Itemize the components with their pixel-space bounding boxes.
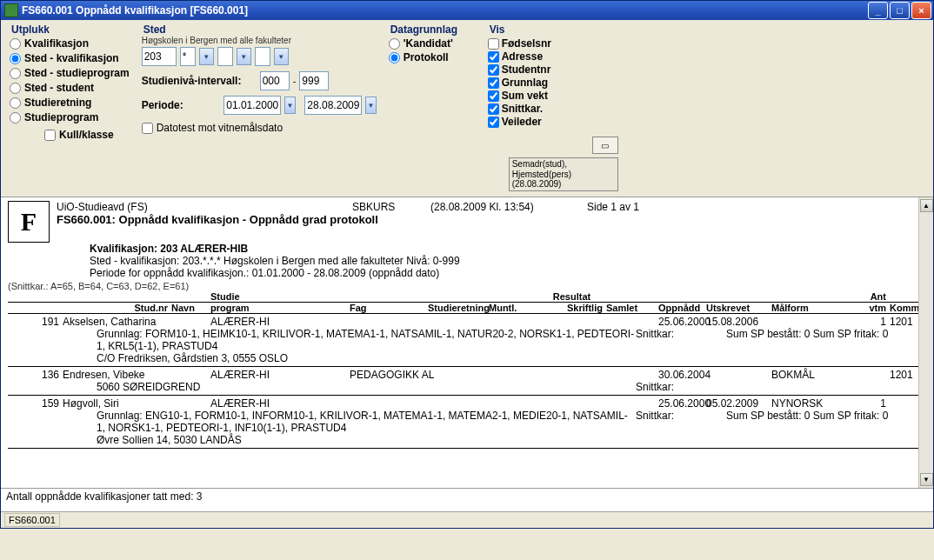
cb-adresse[interactable] xyxy=(488,51,499,63)
sted-c[interactable] xyxy=(255,47,270,66)
periode-from-dd-icon[interactable]: ▼ xyxy=(284,97,295,114)
statusbar-text: FS660.001 xyxy=(4,513,60,527)
report-area: ▲ ▼ F UiO-Studieavd (FS) SBKURS (28.08.2… xyxy=(1,197,933,488)
window-title: FS660.001 Oppnådd kvalifikasjon [FS660.0… xyxy=(22,4,866,17)
ch-skriftlig: Skriftlig xyxy=(567,303,603,313)
ch-komm: Komm. xyxy=(890,303,922,313)
sted-fieldset: Sted Høgskolen i Bergen med alle fakulte… xyxy=(142,23,377,66)
vis-snittkar[interactable]: Snittkar. xyxy=(488,103,575,115)
ch-studieprogram: program xyxy=(210,303,250,313)
utplukk-opt-studieprogram[interactable]: Studieprogram xyxy=(10,111,130,123)
label-studieretning: Studieretning xyxy=(24,97,91,109)
person-row: 159 Høgvoll, Siri ALÆRER-HI 25.06.2000 0… xyxy=(8,396,926,449)
sted-note: Høgskolen i Bergen med alle fakulteter xyxy=(142,36,377,45)
rpt-page: Side 1 av 1 xyxy=(587,201,639,213)
address-pick-button[interactable]: ▭ xyxy=(592,137,618,154)
label-sted-kvalifikasjon: Sted - kvalifikasjon xyxy=(24,52,119,64)
radio-sted-studieprogram[interactable] xyxy=(10,68,21,79)
rpt-periode-line: Periode for oppnådd kvalifikasjon.: 01.0… xyxy=(90,267,926,279)
radio-studieretning[interactable] xyxy=(10,97,21,109)
vis-fodselsnr[interactable]: Fødselsnr xyxy=(488,37,575,50)
utplukk-fieldset: Utplukk Kvalifikasjon Sted - kvalifikasj… xyxy=(10,23,130,123)
card-icon: ▭ xyxy=(601,141,609,150)
vertical-scrollbar[interactable]: ▲ ▼ xyxy=(918,197,933,488)
vis-legend: Vis xyxy=(488,23,507,36)
cb-snittkar[interactable] xyxy=(488,103,499,115)
cb-sumvekt[interactable] xyxy=(488,90,499,102)
ch-malform: Målform xyxy=(771,303,809,313)
cb-grunnlag[interactable] xyxy=(488,77,499,89)
criteria-panel: Utplukk Kvalifikasjon Sted - kvalifikasj… xyxy=(1,20,933,197)
radio-kandidat[interactable] xyxy=(389,38,400,50)
vis-adresse[interactable]: Adresse xyxy=(488,50,575,63)
lbl-studentnr: Studentnr xyxy=(502,63,551,76)
sted-column: Sted Høgskolen i Bergen med alle fakulte… xyxy=(142,23,377,191)
radio-sted-kvalifikasjon[interactable] xyxy=(10,53,21,64)
utplukk-opt-studieretning[interactable]: Studieretning xyxy=(10,97,130,109)
sted-legend: Sted xyxy=(142,23,168,36)
datotest-label: Datotest mot vitnemålsdato xyxy=(157,122,283,134)
cb-veileder[interactable] xyxy=(488,117,499,128)
rpt-time: (28.08.2009 Kl. 13:54) xyxy=(430,201,570,213)
rpt-inst: UiO-Studieavd (FS) xyxy=(57,201,335,213)
maximize-button[interactable]: □ xyxy=(890,2,910,19)
kull-klasse-row: Kull/klasse xyxy=(44,129,130,141)
label-protokoll: Protokoll xyxy=(404,51,449,63)
sted-a[interactable]: * xyxy=(180,47,196,66)
utplukk-opt-sted-kvalifikasjon[interactable]: Sted - kvalifikasjon xyxy=(10,52,130,64)
sted-b-dd-icon[interactable]: ▼ xyxy=(237,48,251,65)
scroll-down-icon[interactable]: ▼ xyxy=(920,473,933,486)
rpt-code-title: FS660.001: Oppnådd kvalifikasjon - Oppnå… xyxy=(57,213,926,226)
label-studieprogram: Studieprogram xyxy=(24,111,98,123)
periode-from[interactable]: 01.01.2000 xyxy=(223,96,281,115)
column-headers: Studie Resultat Ant xyxy=(8,291,926,303)
sted-a-dd-icon[interactable]: ▼ xyxy=(199,48,214,65)
scroll-up-icon[interactable]: ▲ xyxy=(920,199,933,212)
lbl-grunnlag: Grunnlag xyxy=(502,77,548,89)
ch-oppnadd: Oppnådd xyxy=(658,303,700,313)
dg-kandidat[interactable]: 'Kandidat' xyxy=(389,37,476,50)
rpt-kvalifikasjon: Kvalifikasjon: 203 ALÆRER-HIB xyxy=(90,243,926,255)
radio-protokoll[interactable] xyxy=(389,52,400,63)
vis-grunnlag[interactable]: Grunnlag xyxy=(488,77,575,89)
utplukk-opt-sted-student[interactable]: Sted - student xyxy=(10,82,130,94)
person-row: 191 Akselsen, Catharina ALÆRER-HI 25.06.… xyxy=(8,314,926,367)
dg-protokoll[interactable]: Protokoll xyxy=(389,51,476,63)
report-footer: Antall oppnådde kvalifikasjoner tatt med… xyxy=(1,488,933,511)
datotest-checkbox[interactable] xyxy=(142,123,153,134)
utplukk-opt-sted-studieprogram[interactable]: Sted - studieprogram xyxy=(10,67,130,79)
niv-from[interactable]: 000 xyxy=(260,71,290,90)
utplukk-opt-kvalifikasjon[interactable]: Kvalifikasjon xyxy=(10,37,130,50)
address-status-box: Semadr(stud), Hjemsted(pers) (28.08.2009… xyxy=(509,157,618,191)
report-logo-icon: F xyxy=(8,201,50,243)
sted-b[interactable] xyxy=(217,47,233,66)
periode-to-dd-icon[interactable]: ▼ xyxy=(365,97,376,114)
vis-studentnr[interactable]: Studentnr xyxy=(488,63,575,76)
ch-muntl: Muntl. xyxy=(489,303,517,313)
radio-sted-student[interactable] xyxy=(10,83,21,94)
periode-label: Periode: xyxy=(142,99,221,111)
close-button[interactable]: × xyxy=(911,2,931,19)
periode-to[interactable]: 28.08.2009 xyxy=(304,96,362,115)
ch-stud: Stud.nr xyxy=(135,303,169,313)
cb-studentnr[interactable] xyxy=(488,64,499,76)
statusbar: FS660.001 xyxy=(1,511,933,528)
lbl-veileder: Veileder xyxy=(502,116,542,128)
person-row: 136 Endresen, Vibeke ALÆRER-HI PEDAGOGIK… xyxy=(8,367,926,396)
ch-samlet: Samlet xyxy=(606,303,637,313)
minimize-button[interactable]: _ xyxy=(868,2,888,19)
ch-navn: Navn xyxy=(171,303,195,313)
vis-sumvekt[interactable]: Sum vekt xyxy=(488,90,575,102)
radio-kvalifikasjon[interactable] xyxy=(10,38,21,50)
sted-c-dd-icon[interactable]: ▼ xyxy=(274,48,289,65)
vis-veileder[interactable]: Veileder xyxy=(488,116,575,128)
niv-to[interactable]: 999 xyxy=(299,71,329,90)
sted-code-field[interactable]: 203 xyxy=(142,47,177,66)
radio-studieprogram[interactable] xyxy=(10,112,21,123)
label-sted-student: Sted - student xyxy=(24,82,94,94)
rpt-snitt-note: (Snittkar.: A=65, B=64, C=63, D=62, E=61… xyxy=(8,281,926,291)
column-headers-2: Stud.nr Navn program Fag Studieretning M… xyxy=(8,303,926,314)
kull-klasse-checkbox[interactable] xyxy=(44,130,56,141)
cb-fodselsnr[interactable] xyxy=(488,38,499,50)
titlebar: FS660.001 Oppnådd kvalifikasjon [FS660.0… xyxy=(1,1,933,20)
